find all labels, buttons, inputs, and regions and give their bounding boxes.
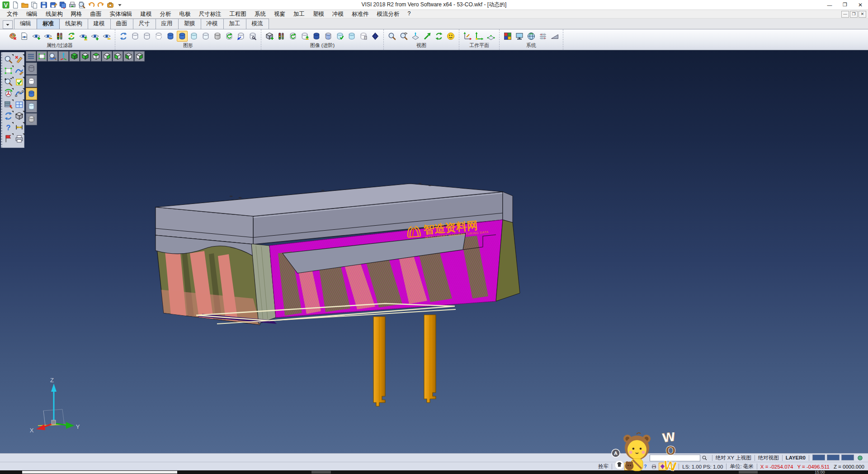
maximize-button[interactable]: ❐ — [837, 0, 853, 10]
monitor-icon[interactable] — [514, 31, 525, 42]
cyl-hatch-icon[interactable] — [212, 31, 223, 42]
search-doc-icon[interactable] — [78, 1, 86, 9]
eye-add-icon[interactable] — [31, 31, 42, 42]
layers-paint-icon[interactable] — [3, 100, 14, 110]
pane-icon[interactable] — [667, 463, 675, 470]
zoom-dynamic-icon[interactable] — [47, 51, 58, 62]
cube-back-icon[interactable] — [102, 51, 112, 62]
color-swatch-3[interactable] — [841, 455, 854, 460]
qat-dropdown-icon[interactable] — [116, 1, 124, 9]
cyl-striped-icon[interactable] — [323, 31, 334, 42]
cyl-wire-1-icon[interactable] — [130, 31, 141, 42]
regen-icon[interactable] — [3, 111, 14, 121]
cube-top-icon[interactable] — [91, 51, 101, 62]
menu-item-5[interactable]: 曲面 — [86, 10, 106, 19]
menu-item-3[interactable]: 线架构 — [42, 10, 67, 19]
edit-icon[interactable] — [624, 463, 632, 470]
menu-item-19[interactable]: ? — [404, 10, 415, 19]
spline-icon[interactable] — [14, 88, 24, 99]
ramp-icon[interactable] — [549, 31, 560, 42]
help-icon[interactable]: ? — [3, 122, 14, 133]
doc-eye-icon[interactable] — [19, 31, 30, 42]
ribbon-tab-曲面[interactable]: 曲面 — [110, 19, 133, 29]
lock-toggle[interactable]: 拴牢 — [598, 463, 609, 470]
gem-icon[interactable] — [659, 463, 666, 470]
mesh-grid-icon[interactable] — [538, 31, 548, 42]
globe-cube-icon[interactable] — [526, 31, 537, 42]
zoom-scale-icon[interactable] — [3, 77, 14, 87]
help-icon[interactable]: ? — [642, 463, 649, 470]
diamond-icon[interactable] — [370, 31, 381, 42]
open-copy-icon[interactable] — [30, 1, 38, 9]
mdi-minimize-button[interactable]: — — [841, 11, 849, 18]
publish-icon[interactable] — [68, 1, 76, 9]
annotate-icon[interactable] — [3, 133, 14, 144]
cyl-wire-3-icon[interactable] — [153, 31, 164, 42]
close-button[interactable]: ✕ — [853, 0, 868, 10]
print-doc-icon[interactable] — [14, 133, 24, 144]
shade-ghost-icon[interactable] — [26, 100, 37, 113]
taskbar-segment-2[interactable] — [311, 471, 331, 474]
undo-icon[interactable] — [87, 1, 95, 9]
new-doc-icon[interactable] — [11, 1, 19, 9]
eye-plus-icon[interactable] — [90, 31, 100, 42]
zoom-view-icon[interactable] — [3, 54, 14, 65]
cyl-solid-icon[interactable] — [165, 31, 176, 42]
view-add-icon[interactable] — [264, 31, 275, 42]
cube-bottom-icon[interactable] — [80, 51, 90, 62]
menu-item-8[interactable]: 分析 — [156, 10, 175, 19]
measure-icon[interactable] — [14, 122, 24, 133]
color-swatch-2[interactable] — [827, 455, 840, 460]
menu-item-16[interactable]: 冲模 — [328, 10, 348, 19]
shade-hidden-icon[interactable] — [26, 75, 37, 87]
menu-item-6[interactable]: 实体编辑 — [106, 10, 137, 19]
fit-view-icon[interactable] — [37, 51, 47, 62]
visi-logo-icon[interactable]: V — [2, 1, 10, 9]
globe-icon[interactable] — [856, 454, 864, 462]
save-as-icon[interactable] — [49, 1, 57, 9]
absolute-view-label[interactable]: 绝对视图 — [758, 455, 779, 461]
cyl-wire-2-icon[interactable] — [142, 31, 152, 42]
save-icon[interactable] — [40, 1, 48, 9]
eye-minus-icon[interactable] — [101, 31, 112, 42]
menu-item-7[interactable]: 建模 — [137, 10, 156, 19]
ribbon-tab-加工[interactable]: 加工 — [223, 19, 246, 29]
mold-model[interactable]: 智造资料网 INTELLIGENT MANUFACTURING DATA Z X — [30, 183, 520, 434]
cube-right-icon[interactable] — [134, 51, 145, 62]
eye-remove-icon[interactable] — [42, 31, 53, 42]
ribbon-tab-标准[interactable]: 标准 — [37, 19, 60, 29]
cyl-recycle-icon[interactable] — [288, 31, 298, 42]
shade-solid-icon[interactable] — [26, 88, 37, 100]
menu-item-9[interactable]: 电极 — [175, 10, 195, 19]
ribbon-tab-线架构[interactable]: 线架构 — [59, 19, 88, 29]
capture-icon[interactable] — [106, 1, 114, 9]
cyl-tools-icon[interactable] — [247, 31, 258, 42]
viewport-3d[interactable]: 智造资料网 INTELLIGENT MANUFACTURING DATA Z X — [0, 50, 868, 453]
plane-view-icon[interactable] — [410, 31, 421, 42]
menu-item-11[interactable]: 工程图 — [226, 10, 251, 19]
open-folder-icon[interactable] — [21, 1, 29, 9]
curve-edit-icon[interactable] — [14, 66, 24, 76]
cyl-blue-arrow-icon[interactable] — [236, 31, 246, 42]
ribbon-tab-模流[interactable]: 模流 — [246, 19, 269, 29]
refresh-graphics-icon[interactable] — [118, 31, 129, 42]
edit-delete-icon[interactable] — [14, 54, 24, 65]
menu-icon[interactable] — [26, 51, 36, 62]
cyl-light-icon[interactable] — [200, 31, 211, 42]
rotate-view-icon[interactable] — [3, 88, 14, 99]
print-icon[interactable] — [650, 463, 658, 470]
confirm-check-icon[interactable] — [14, 77, 24, 87]
menu-item-15[interactable]: 塑模 — [309, 10, 328, 19]
menu-item-2[interactable]: 编辑 — [22, 10, 42, 19]
refresh-attrs-icon[interactable] — [66, 31, 77, 42]
ribbon-tab-建模[interactable]: 建模 — [88, 19, 111, 29]
layer-search-input[interactable] — [650, 455, 700, 461]
cube-left-icon[interactable] — [123, 51, 134, 62]
arrow-diag-icon[interactable] — [422, 31, 433, 42]
minimize-button[interactable]: — — [822, 0, 837, 10]
ribbon-tab-尺寸[interactable]: 尺寸 — [133, 19, 156, 29]
active-layer-label[interactable]: LAYER0 — [786, 455, 806, 460]
cyl-clip-icon[interactable] — [358, 31, 369, 42]
cube-front-icon[interactable] — [113, 51, 123, 62]
wp-axes-icon[interactable] — [462, 31, 473, 42]
